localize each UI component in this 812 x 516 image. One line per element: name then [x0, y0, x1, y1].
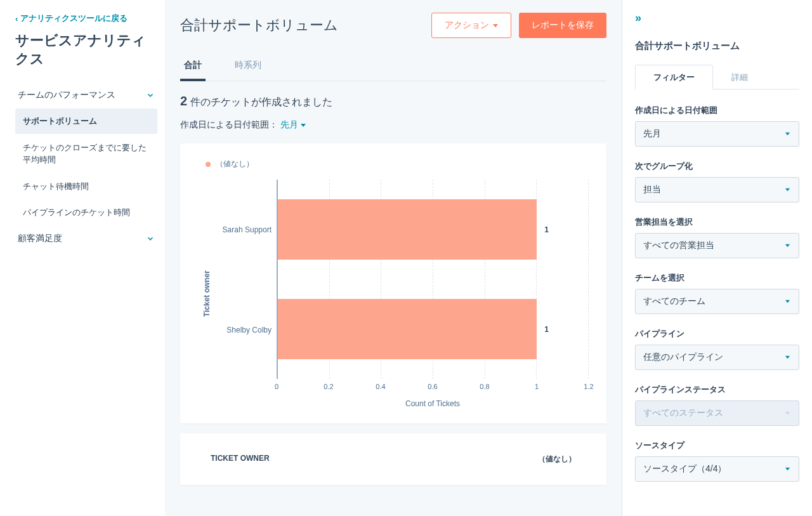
chart-card: （値なし） Ticket owner Sarah SupportShelby C…	[180, 143, 606, 423]
section-label: チームのパフォーマンス	[18, 89, 115, 101]
y-axis-label: Ticket owner	[202, 270, 211, 317]
summary-count: 2	[180, 94, 187, 108]
select-value: ソースタイプ（4/4）	[643, 463, 726, 475]
date-range-selector[interactable]: 先月	[280, 119, 306, 131]
panel-tab-filters[interactable]: フィルター	[635, 65, 713, 89]
svg-marker-0	[785, 133, 790, 136]
bar-row: 1	[278, 180, 589, 279]
main-content: 合計サポートボリューム アクション レポートを保存 合計 時系列 2 件のチケッ…	[165, 0, 622, 516]
bar[interactable]	[278, 199, 537, 259]
plot-area: 11	[277, 180, 589, 379]
y-categories: Sarah SupportShelby Colby	[216, 180, 277, 408]
filter-label: 営業担当を選択	[635, 216, 799, 228]
legend-text: （値なし）	[216, 159, 254, 169]
header-buttons: アクション レポートを保存	[431, 13, 606, 38]
select-value: すべてのステータス	[643, 407, 723, 419]
caret-down-icon	[784, 241, 791, 251]
section-team-performance[interactable]: チームのパフォーマンス	[15, 83, 157, 107]
tab-total[interactable]: 合計	[180, 53, 206, 81]
caret-down-icon	[493, 24, 498, 27]
filter-select[interactable]: すべてのチーム	[635, 289, 799, 314]
page-title: サービスアナリティクス	[15, 32, 157, 68]
svg-marker-5	[785, 412, 790, 415]
main-tabs: 合計 時系列	[180, 53, 606, 81]
filter-label: チームを選択	[635, 272, 799, 284]
filter-field-group: 営業担当を選択すべての営業担当	[635, 216, 799, 258]
main-header: 合計サポートボリューム アクション レポートを保存	[180, 13, 606, 38]
caret-down-icon	[784, 185, 791, 195]
section-customer-satisfaction[interactable]: 顧客満足度	[15, 227, 157, 251]
filter-select[interactable]: 任意のパイプライン	[635, 345, 799, 370]
filter-label: 作成日による日付範囲	[635, 105, 799, 116]
y-category: Shelby Colby	[216, 280, 272, 380]
svg-marker-3	[785, 300, 790, 303]
x-tick: 1	[535, 383, 539, 390]
summary-text: 件のチケットが作成されました	[190, 96, 332, 107]
filter-select[interactable]: 先月	[635, 121, 799, 147]
back-link[interactable]: ‹ アナリティクスツールに戻る	[15, 13, 128, 24]
sidebar-item-chat-wait[interactable]: チャット待機時間	[15, 174, 157, 199]
caret-down-icon	[784, 296, 791, 307]
collapse-panel-icon[interactable]: »	[635, 11, 799, 25]
bar-row: 1	[278, 279, 589, 379]
sidebar-item-avg-close[interactable]: チケットのクローズまでに要した平均時間	[15, 135, 157, 173]
date-range-value-text: 先月	[280, 119, 298, 131]
panel-tabs: フィルター 詳細	[635, 65, 799, 89]
actions-button[interactable]: アクション	[431, 13, 511, 38]
panel-title: 合計サポートボリューム	[635, 40, 799, 52]
x-tick: 0.6	[428, 383, 437, 390]
x-tick: 0.2	[324, 383, 333, 390]
caret-down-icon	[784, 129, 791, 139]
filter-select[interactable]: すべての営業担当	[635, 233, 799, 258]
table-col-value: （値なし）	[538, 454, 576, 465]
select-value: 担当	[643, 184, 661, 195]
sidebar-item-support-volume[interactable]: サポートボリューム	[15, 109, 157, 134]
filter-field-group: 作成日による日付範囲先月	[635, 105, 799, 147]
button-label: アクション	[445, 20, 489, 31]
filter-field-group: 次でグループ化担当	[635, 161, 799, 202]
select-value: すべてのチーム	[643, 296, 705, 307]
filter-field-group: チームを選択すべてのチーム	[635, 272, 799, 314]
back-link-text: アナリティクスツールに戻る	[20, 13, 128, 24]
chart-legend: （値なし）	[206, 159, 589, 169]
filter-field-group: パイプラインステータスすべてのステータス	[635, 384, 799, 426]
svg-marker-2	[785, 244, 790, 248]
filter-select: すべてのステータス	[635, 400, 799, 426]
filter-select[interactable]: 担当	[635, 177, 799, 202]
filter-select[interactable]: ソースタイプ（4/4）	[635, 456, 799, 482]
svg-marker-4	[785, 356, 790, 359]
panel-tab-details[interactable]: 詳細	[713, 65, 766, 89]
svg-marker-1	[785, 189, 790, 192]
filter-panel: » 合計サポートボリューム フィルター 詳細 作成日による日付範囲先月次でグルー…	[622, 0, 812, 516]
filter-label: パイプラインステータス	[635, 384, 799, 395]
bar-value-label: 1	[544, 325, 549, 334]
report-title: 合計サポートボリューム	[180, 16, 338, 35]
select-value: 任意のパイプライン	[643, 352, 723, 363]
caret-down-icon	[784, 352, 791, 362]
x-tick: 0.8	[480, 383, 489, 390]
chart-area: Ticket owner Sarah SupportShelby Colby 1…	[198, 180, 589, 408]
save-report-button[interactable]: レポートを保存	[519, 13, 606, 38]
y-category: Sarah Support	[216, 180, 272, 280]
x-tick: 1.2	[584, 383, 593, 390]
summary-line: 2 件のチケットが作成されました	[180, 94, 606, 109]
date-range-row: 作成日による日付範囲： 先月	[180, 119, 606, 131]
filter-label: ソースタイプ	[635, 440, 799, 451]
table-header-row: TICKET OWNER （値なし）	[198, 449, 589, 470]
sidebar: ‹ アナリティクスツールに戻る サービスアナリティクス チームのパフォーマンス …	[0, 0, 165, 516]
chevron-down-icon	[146, 234, 155, 243]
sidebar-item-pipeline-time[interactable]: パイプラインのチケット時間	[15, 200, 157, 225]
caret-down-icon	[784, 408, 791, 418]
caret-down-icon	[301, 124, 306, 127]
tab-timeseries[interactable]: 時系列	[231, 53, 265, 81]
table-card: TICKET OWNER （値なし）	[180, 433, 606, 485]
chevron-down-icon	[146, 91, 155, 100]
filter-label: パイプライン	[635, 328, 799, 340]
filter-label: 次でグループ化	[635, 161, 799, 172]
chevron-left-icon: ‹	[15, 14, 18, 23]
bar[interactable]	[278, 299, 537, 359]
select-value: 先月	[643, 128, 661, 140]
x-tick: 0.4	[376, 383, 385, 390]
svg-marker-6	[785, 468, 790, 471]
x-tick: 0	[275, 383, 278, 390]
